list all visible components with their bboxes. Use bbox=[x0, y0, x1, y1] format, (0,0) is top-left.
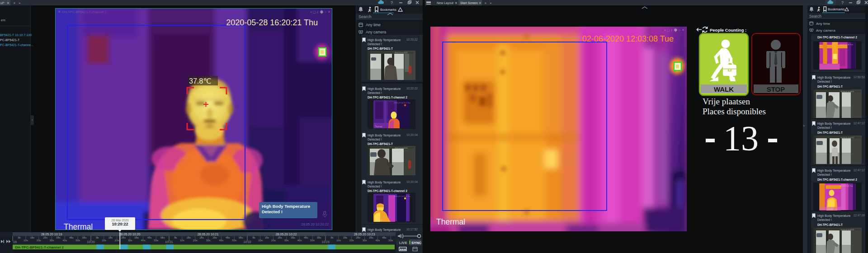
svg-text:45s: 45s bbox=[304, 236, 308, 239]
svg-text:Any camera: Any camera bbox=[816, 28, 835, 33]
svg-text:10s: 10s bbox=[258, 239, 263, 242]
svg-text:28.05.20 10:19: 28.05.20 10:19 bbox=[41, 233, 62, 236]
svg-text:25s: 25s bbox=[356, 236, 360, 239]
svg-text:20s: 20s bbox=[271, 239, 276, 242]
svg-text:30s: 30s bbox=[363, 239, 367, 242]
svg-text:25s: 25s bbox=[43, 236, 47, 239]
svg-text:15s: 15s bbox=[108, 236, 113, 239]
svg-text:28.05.20 10:22: 28.05.20 10:22 bbox=[276, 233, 297, 236]
svg-text:WALK: WALK bbox=[714, 85, 734, 93]
svg-text:30s: 30s bbox=[206, 239, 211, 242]
svg-text:Bookmarks: Bookmarks bbox=[380, 8, 396, 12]
svg-text:5s: 5s bbox=[96, 236, 99, 239]
svg-text:30s: 30s bbox=[128, 239, 132, 242]
svg-text:10:21: 10:21 bbox=[165, 240, 173, 244]
svg-text:Any time: Any time bbox=[366, 23, 381, 27]
svg-text:02-06-20 12:56:53: 02-06-20 12:56:53 bbox=[841, 91, 854, 93]
svg-text:10:22: 10:22 bbox=[243, 240, 251, 244]
svg-text:DH-TPC-BF5421-T-channel 2: DH-TPC-BF5421-T-channel 2 bbox=[62, 10, 107, 14]
svg-text:20s: 20s bbox=[37, 239, 41, 242]
svg-text:15s: 15s bbox=[264, 236, 269, 239]
svg-text:35s: 35s bbox=[291, 236, 295, 239]
svg-text:30s: 30s bbox=[284, 239, 289, 242]
svg-text:20s: 20s bbox=[349, 239, 354, 242]
svg-text:Thermal: Thermal bbox=[436, 217, 465, 226]
svg-text:10:23: 10:23 bbox=[321, 240, 330, 244]
svg-text:5s: 5s bbox=[174, 236, 177, 239]
svg-text:2020-05-28 16:20:21 Thu: 2020-05-28 16:20:21 Thu bbox=[226, 18, 318, 27]
svg-text:02-06-20 12:56:53: 02-06-20 12:56:53 bbox=[841, 229, 854, 231]
svg-text:15s: 15s bbox=[186, 236, 191, 239]
svg-text:Thermal: Thermal bbox=[375, 219, 382, 221]
svg-text:10s: 10s bbox=[102, 239, 106, 242]
svg-text:40s: 40s bbox=[141, 239, 146, 242]
svg-text:37.8℃: 37.8℃ bbox=[189, 77, 211, 85]
svg-text:28.05.20 10:23: 28.05.20 10:23 bbox=[354, 233, 375, 236]
svg-text:20s: 20s bbox=[193, 239, 198, 242]
svg-text:2005-28 16:20:2 Thu: 2005-28 16:20:2 Thu bbox=[394, 102, 410, 104]
svg-text:19: 19 bbox=[13, 240, 17, 244]
svg-text:50s: 50s bbox=[154, 239, 158, 242]
svg-text:◑ ▢ 🝡 ⌚ ○ ✕: ◑ ▢ 🝡 ⌚ ○ ✕ bbox=[310, 10, 330, 14]
svg-text:02-06 12:47 Tue: 02-06 12:47 Tue bbox=[840, 185, 854, 187]
svg-text:02-06-20 12:47:12: 02-06-20 12:47:12 bbox=[841, 137, 854, 139]
svg-text:Vrije plaatsen: Vrije plaatsen bbox=[703, 97, 750, 106]
svg-text:50s: 50s bbox=[388, 239, 393, 242]
svg-text:50s: 50s bbox=[75, 239, 80, 242]
svg-text:People Counting :: People Counting : bbox=[710, 28, 746, 33]
svg-text:5s: 5s bbox=[18, 236, 20, 239]
svg-text:35s: 35s bbox=[134, 236, 139, 239]
svg-text:50s: 50s bbox=[310, 239, 315, 242]
svg-text:28.05.20 10:20:22: 28.05.20 10:20:22 bbox=[302, 222, 329, 226]
svg-text:40s: 40s bbox=[219, 239, 224, 242]
svg-text:28.05.20 10:21: 28.05.20 10:21 bbox=[198, 233, 219, 236]
svg-text:15s: 15s bbox=[30, 236, 34, 239]
svg-text:15s: 15s bbox=[343, 236, 347, 239]
svg-text:45s: 45s bbox=[226, 236, 230, 239]
svg-text:40s: 40s bbox=[63, 239, 67, 242]
svg-text:25s: 25s bbox=[199, 236, 204, 239]
svg-text:Bookmarks: Bookmarks bbox=[828, 7, 845, 11]
svg-text:STOP: STOP bbox=[767, 85, 785, 93]
svg-text:25s: 25s bbox=[278, 236, 282, 239]
svg-text:28.05.20 10:20:04: 28.05.20 10:20:04 bbox=[395, 147, 407, 149]
svg-text:?: ? bbox=[841, 0, 844, 5]
svg-text:28.05.20 10:20:22: 28.05.20 10:20:22 bbox=[395, 52, 407, 54]
svg-text:10s: 10s bbox=[336, 239, 341, 242]
svg-text:40s: 40s bbox=[297, 239, 302, 242]
svg-text:?: ? bbox=[391, 0, 393, 5]
svg-text:2005-28 16:20:0 Thu: 2005-28 16:20:0 Thu bbox=[394, 195, 410, 197]
svg-text:45s: 45s bbox=[147, 236, 152, 239]
svg-text:Any camera: Any camera bbox=[366, 30, 387, 34]
svg-text:02-06 12:56 Tue: 02-06 12:56 Tue bbox=[840, 43, 854, 46]
svg-text:55s: 55s bbox=[82, 236, 87, 239]
svg-text:30s: 30s bbox=[50, 239, 54, 242]
svg-text:◑ ▢ 🝡 ⌚ ○ ✕: ◑ ▢ 🝡 ⌚ ○ ✕ bbox=[664, 28, 684, 32]
svg-text:55s: 55s bbox=[317, 236, 321, 239]
svg-text:35s: 35s bbox=[212, 236, 217, 239]
svg-text:DH-TPC-BF5421-T-channel 2: DH-TPC-BF5421-T-channel 2 bbox=[15, 245, 64, 249]
svg-text:35s: 35s bbox=[369, 236, 373, 239]
svg-text:Thermal: Thermal bbox=[64, 222, 93, 230]
svg-text:Detected !: Detected ! bbox=[262, 209, 283, 214]
svg-text:25s: 25s bbox=[121, 236, 126, 239]
svg-text:10:20: 10:20 bbox=[87, 240, 95, 244]
svg-text:Places disponibles: Places disponibles bbox=[703, 107, 766, 116]
svg-text:10s: 10s bbox=[180, 239, 184, 242]
svg-text:20s: 20s bbox=[115, 239, 119, 242]
svg-text:Any time: Any time bbox=[816, 22, 830, 26]
svg-text:High Body Temperature: High Body Temperature bbox=[262, 204, 310, 209]
svg-text:55s: 55s bbox=[160, 236, 165, 239]
svg-text:5s: 5s bbox=[330, 236, 333, 239]
svg-text:10s: 10s bbox=[24, 239, 28, 242]
svg-text:55s: 55s bbox=[239, 236, 243, 239]
svg-text:28.05.20 10:20: 28.05.20 10:20 bbox=[119, 233, 141, 236]
svg-text:SYNC: SYNC bbox=[411, 241, 421, 245]
svg-text:5s: 5s bbox=[252, 236, 255, 239]
svg-text:40s: 40s bbox=[376, 239, 380, 242]
svg-text:45s: 45s bbox=[69, 236, 74, 239]
svg-text:50s: 50s bbox=[232, 239, 236, 242]
svg-text:45s: 45s bbox=[382, 236, 387, 239]
svg-text:Thermal: Thermal bbox=[375, 126, 382, 128]
svg-text:02-06-2020 12:03:08 Tue: 02-06-2020 12:03:08 Tue bbox=[582, 34, 674, 43]
